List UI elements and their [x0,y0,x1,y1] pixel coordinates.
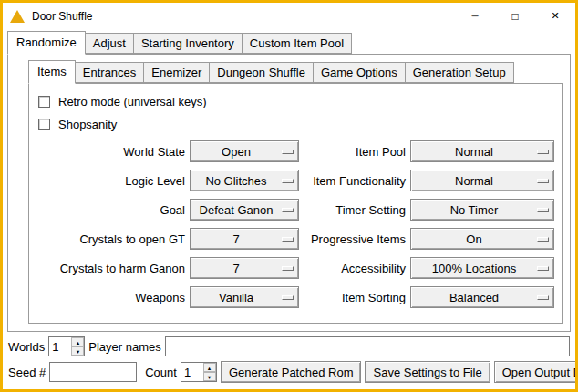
dropdown-value: 100% Locations [411,262,537,275]
maximize-icon: □ [511,10,518,23]
dropdown-value: Open [191,145,282,159]
goal-label: Goal [35,203,185,217]
worlds-spin-down-button[interactable]: ▼ [71,346,84,356]
accessibility-dropdown[interactable]: 100% Locations [410,257,554,279]
tab-enemizer[interactable]: Enemizer [143,62,210,83]
tab-starting-inventory[interactable]: Starting Inventory [133,33,243,54]
item-pool-dropdown[interactable]: Normal [410,140,554,162]
count-spin-down-button[interactable]: ▼ [203,372,216,381]
dropdown-indicator-icon [282,150,294,154]
minimize-icon: ─ [471,11,478,21]
retro-mode-checkbox[interactable] [38,96,50,108]
close-button[interactable]: ✕ [535,3,575,29]
open-output-directory-button[interactable]: Open Output Directory [494,361,578,383]
world-state-dropdown[interactable]: Open [190,140,299,162]
spin-up-icon: ▲ [207,365,212,370]
worlds-spin-up-button[interactable]: ▲ [71,337,84,346]
item-sorting-label: Item Sorting [304,291,406,304]
shopsanity-label: Shopsanity [58,118,117,131]
dropdown-indicator-icon [282,237,294,242]
dropdown-value: Defeat Ganon [191,203,282,217]
app-icon [10,10,25,23]
dropdown-value: Normal [411,145,537,159]
tab-generation-setup[interactable]: Generation Setup [405,62,514,83]
options-grid: World State Open Item Pool Normal Logic … [35,140,556,308]
dropdown-value: No Glitches [191,174,282,188]
save-settings-button[interactable]: Save Settings to File [365,361,490,383]
worlds-row: Worlds ▲ ▼ Player names [8,336,570,356]
randomize-pane: Items Entrances Enemizer Dungeon Shuffle… [7,54,571,332]
tab-entrances[interactable]: Entrances [75,62,145,83]
spin-down-icon: ▼ [207,374,212,379]
tab-adjust[interactable]: Adjust [85,33,134,54]
close-icon: ✕ [551,10,559,22]
tab-randomize[interactable]: Randomize [7,31,86,55]
player-names-label: Player names [88,340,160,354]
generate-patched-rom-button[interactable]: Generate Patched Rom [221,361,362,383]
timer-setting-dropdown[interactable]: No Timer [410,199,554,221]
dropdown-indicator-icon [537,295,549,300]
tab-game-options[interactable]: Game Options [313,62,406,83]
progressive-items-dropdown[interactable]: On [410,228,554,250]
dropdown-indicator-icon [537,266,549,271]
dropdown-indicator-icon [282,266,294,271]
player-names-input[interactable] [165,336,570,356]
dropdown-indicator-icon [282,295,294,300]
seed-row: Seed # Count ▲ ▼ Generate Patched Rom Sa… [8,361,570,383]
items-pane: Retro mode (universal keys) Shopsanity W… [28,83,563,324]
dropdown-value: On [411,232,537,246]
spin-up-icon: ▲ [75,339,80,345]
weapons-dropdown[interactable]: Vanilla [190,286,299,308]
dropdown-value: Vanilla [191,291,282,304]
outer-tab-bar: Randomize Adjust Starting Inventory Cust… [7,31,571,54]
world-state-label: World State [35,145,185,159]
progressive-items-label: Progressive Items [304,232,406,246]
worlds-spin-arrows: ▲ ▼ [71,337,84,356]
crystals-ganon-dropdown[interactable]: 7 [190,257,299,279]
crystals-ganon-label: Crystals to harm Ganon [35,262,185,275]
tab-items[interactable]: Items [28,60,76,84]
item-functionality-label: Item Functionality [304,174,406,188]
goal-dropdown[interactable]: Defeat Ganon [190,199,299,221]
dropdown-indicator-icon [537,237,549,242]
item-sorting-dropdown[interactable]: Balanced [410,286,554,308]
dropdown-indicator-icon [537,150,549,154]
titlebar[interactable]: Door Shuffle ─ □ ✕ [3,3,575,29]
item-pool-label: Item Pool [304,145,406,159]
crystals-gt-dropdown[interactable]: 7 [190,228,299,250]
accessibility-label: Accessibility [304,262,406,275]
minimize-button[interactable]: ─ [455,3,495,29]
checkbox-retro-mode[interactable]: Retro mode (universal keys) [38,95,556,108]
seed-input[interactable] [49,362,137,382]
checkbox-shopsanity[interactable]: Shopsanity [38,118,556,131]
worlds-input[interactable] [49,337,71,356]
worlds-label: Worlds [8,340,45,354]
window-title: Door Shuffle [32,10,455,23]
logic-level-dropdown[interactable]: No Glitches [190,170,299,191]
weapons-label: Weapons [35,291,185,304]
count-label: Count [145,366,177,379]
dropdown-value: No Timer [411,203,537,217]
shopsanity-checkbox[interactable] [38,119,50,130]
tab-dungeon-shuffle[interactable]: Dungeon Shuffle [209,62,314,83]
seed-label: Seed # [8,366,46,379]
count-input[interactable] [181,363,203,381]
retro-mode-label: Retro mode (universal keys) [58,95,207,108]
inner-tab-bar: Items Entrances Enemizer Dungeon Shuffle… [28,60,563,83]
spin-down-icon: ▼ [75,348,80,354]
count-spin-arrows: ▲ ▼ [203,363,216,381]
dropdown-value: Balanced [411,291,537,304]
maximize-button[interactable]: □ [495,3,535,29]
dropdown-indicator-icon [282,208,294,212]
logic-level-label: Logic Level [35,174,185,188]
item-functionality-dropdown[interactable]: Normal [410,170,554,191]
door-shuffle-window: Door Shuffle ─ □ ✕ Randomize Adjust Star… [0,0,578,392]
crystals-gt-label: Crystals to open GT [35,232,185,246]
footer: Worlds ▲ ▼ Player names Seed # Count ▲ ▼ [3,332,575,389]
dropdown-value: 7 [191,232,282,246]
dropdown-indicator-icon [537,208,549,212]
dropdown-indicator-icon [282,179,294,183]
count-spin-up-button[interactable]: ▲ [203,363,216,372]
timer-setting-label: Timer Setting [304,203,406,217]
tab-custom-item-pool[interactable]: Custom Item Pool [242,33,352,54]
